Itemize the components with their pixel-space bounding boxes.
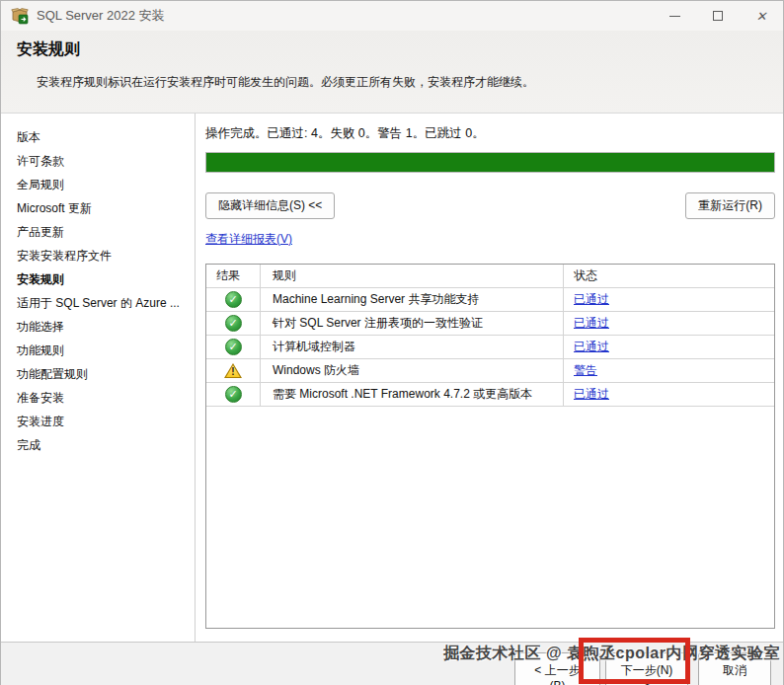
rules-table-header: 结果 规则 状态	[206, 265, 774, 288]
detail-actions-row: 隐藏详细信息(S) << 重新运行(R)	[205, 192, 775, 219]
table-row: ✓ Machine Learning Server 共享功能支持 已通过	[206, 288, 774, 312]
sidebar-item-version: 版本	[1, 125, 195, 149]
window-controls: ✕	[653, 1, 783, 31]
rule-status-link[interactable]: 已通过	[574, 315, 609, 332]
table-row: ✓ 需要 Microsoft .NET Framework 4.7.2 或更高版…	[206, 383, 774, 407]
page-title: 安装规则	[17, 39, 767, 60]
progress-bar	[205, 152, 775, 173]
maximize-icon	[713, 11, 723, 21]
col-header-status: 状态	[564, 265, 774, 287]
col-header-result: 结果	[206, 265, 261, 287]
rules-table: 结果 规则 状态 ✓ Machine Learning Server 共享功能支…	[205, 264, 775, 629]
rule-status-link[interactable]: 已通过	[574, 291, 609, 308]
progress-fill	[206, 153, 774, 172]
sidebar-item-install-rules: 安装规则	[1, 267, 195, 291]
sidebar-item-install-setup-files: 安装安装程序文件	[1, 244, 195, 267]
close-icon: ✕	[756, 10, 767, 23]
sidebar-item-install-progress: 安装进度	[1, 410, 195, 433]
rerun-button[interactable]: 重新运行(R)	[685, 192, 775, 219]
rule-name: 需要 Microsoft .NET Framework 4.7.2 或更高版本	[261, 383, 564, 406]
annotation-highlight-box	[579, 638, 690, 684]
rule-name: 计算机域控制器	[261, 336, 564, 358]
result-warning-icon: !	[224, 363, 242, 378]
title-bar: SQL Server 2022 安装 ✕	[1, 1, 783, 31]
rule-status-link[interactable]: 已通过	[574, 386, 609, 403]
sidebar-item-license: 许可条款	[1, 149, 195, 173]
sidebar-item-microsoft-update: Microsoft 更新	[1, 196, 195, 220]
maximize-button[interactable]	[696, 1, 740, 31]
rule-status-link[interactable]: 警告	[574, 362, 597, 379]
step-sidebar: 版本 许可条款 全局规则 Microsoft 更新 产品更新 安装安装程序文件 …	[1, 114, 196, 643]
sidebar-item-complete: 完成	[1, 433, 195, 457]
sidebar-item-azure: 适用于 SQL Server 的 Azure ...	[1, 291, 195, 315]
result-pass-icon: ✓	[225, 386, 242, 403]
rule-status-link[interactable]: 已通过	[574, 339, 609, 355]
col-header-rule: 规则	[261, 265, 564, 287]
result-pass-icon: ✓	[225, 315, 242, 332]
rule-name: 针对 SQL Server 注册表项的一致性验证	[261, 312, 564, 335]
result-pass-icon: ✓	[225, 291, 242, 308]
report-link-row: 查看详细报表(V)	[205, 231, 775, 248]
hide-details-button[interactable]: 隐藏详细信息(S) <<	[205, 192, 335, 219]
sql-server-setup-icon	[11, 7, 29, 25]
minimize-button[interactable]	[653, 1, 696, 31]
main-content: 操作完成。已通过: 4。失败 0。警告 1。已跳过 0。 隐藏详细信息(S) <…	[196, 114, 783, 643]
rule-name: Machine Learning Server 共享功能支持	[261, 288, 564, 311]
rule-name: Windows 防火墙	[261, 359, 564, 382]
operation-status-text: 操作完成。已通过: 4。失败 0。警告 1。已跳过 0。	[205, 125, 775, 142]
result-pass-icon: ✓	[225, 339, 242, 355]
table-row: ! Windows 防火墙 警告	[206, 359, 774, 383]
minimize-icon	[669, 16, 680, 17]
page-header: 安装规则 安装程序规则标识在运行安装程序时可能发生的问题。必须更正所有失败，安装…	[1, 31, 783, 114]
wizard-body: 版本 许可条款 全局规则 Microsoft 更新 产品更新 安装安装程序文件 …	[1, 114, 783, 643]
sidebar-item-feature-rules: 功能规则	[1, 339, 195, 362]
installer-window: SQL Server 2022 安装 ✕ 安装规则 安装程序规则标识在运行安装程…	[0, 0, 784, 685]
window-title: SQL Server 2022 安装	[37, 7, 653, 25]
page-description: 安装程序规则标识在运行安装程序时可能发生的问题。必须更正所有失败，安装程序才能继…	[37, 74, 767, 91]
sidebar-item-ready-to-install: 准备安装	[1, 386, 195, 410]
sidebar-item-global-rules: 全局规则	[1, 173, 195, 196]
table-row: ✓ 针对 SQL Server 注册表项的一致性验证 已通过	[206, 312, 774, 336]
sidebar-item-product-update: 产品更新	[1, 220, 195, 244]
close-button[interactable]: ✕	[740, 1, 783, 31]
table-row: ✓ 计算机域控制器 已通过	[206, 336, 774, 359]
sidebar-item-feature-selection: 功能选择	[1, 315, 195, 339]
view-detailed-report-link[interactable]: 查看详细报表(V)	[205, 232, 292, 246]
sidebar-item-feature-config-rules: 功能配置规则	[1, 362, 195, 386]
